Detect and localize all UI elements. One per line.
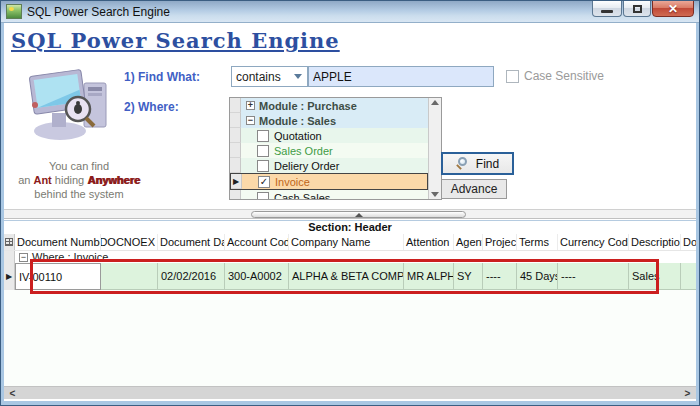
row-selector xyxy=(230,143,241,158)
column-header[interactable]: Company Name xyxy=(289,234,404,250)
tree-group-label: Module : Sales xyxy=(259,115,336,127)
collapse-icon[interactable]: − xyxy=(19,253,28,262)
maximize-button[interactable] xyxy=(623,0,651,17)
tree-item-label: Sales Order xyxy=(274,145,333,157)
scroll-up-icon[interactable] xyxy=(431,100,439,105)
column-header[interactable]: DOCNOEX xyxy=(101,234,158,250)
tree-item-quotation[interactable]: Quotation xyxy=(230,128,428,143)
scroll-right-icon[interactable]: > xyxy=(679,387,696,399)
find-button[interactable]: Find xyxy=(441,152,514,175)
tree-item-cash-sales[interactable]: Cash Sales xyxy=(230,190,428,199)
cell-terms[interactable]: 45 Days xyxy=(517,263,558,290)
cell-company-name[interactable]: ALPHA & BETA COMPUTER xyxy=(289,263,404,290)
tree-item-deliery-order[interactable]: Deliery Order xyxy=(230,158,428,173)
row-selector xyxy=(230,113,241,128)
tree-item-label: Quotation xyxy=(274,130,322,142)
search-input[interactable] xyxy=(308,66,494,87)
row-selector xyxy=(4,251,15,263)
caption-line3: behind the system xyxy=(34,188,123,200)
row-selector xyxy=(230,158,241,173)
group-row-where-invoice[interactable]: − Where : Invoice xyxy=(4,251,696,263)
scroll-down-icon[interactable] xyxy=(431,192,439,197)
cell-attention[interactable]: MR ALPHA xyxy=(404,263,454,290)
grid-icon xyxy=(5,238,13,246)
column-header[interactable]: Agent xyxy=(454,234,483,250)
current-row-marker-icon: ▶ xyxy=(4,263,15,290)
group-row-label: Where : Invoice xyxy=(32,251,108,263)
column-header[interactable]: Attention xyxy=(404,234,454,250)
checkbox-icon[interactable] xyxy=(257,130,269,142)
app-icon xyxy=(6,4,22,19)
computer-illustration xyxy=(22,65,122,145)
grid-column-headers: Document Number DOCNOEX Document Date Ac… xyxy=(4,234,696,251)
column-header[interactable]: Document Number xyxy=(15,234,101,250)
horizontal-scrollbar[interactable]: < > xyxy=(4,386,696,399)
grid-corner-cell[interactable] xyxy=(4,234,15,250)
tree-item-invoice[interactable]: ▶ ✓ Invoice xyxy=(230,173,428,190)
caption-anywhere: Anywhere xyxy=(87,174,140,186)
splitter-handle[interactable] xyxy=(251,211,466,218)
cell-description[interactable]: Sales xyxy=(629,263,681,290)
minimize-button[interactable] xyxy=(592,0,622,17)
checkbox-icon[interactable] xyxy=(257,160,269,172)
titlebar[interactable]: SQL Power Search Engine ✕ xyxy=(1,1,699,23)
cell-account-code[interactable]: 300-A0002 xyxy=(225,263,289,290)
cell-currency-code[interactable]: ---- xyxy=(558,263,629,290)
collapse-icon[interactable]: − xyxy=(246,116,255,125)
tree-item-sales-order[interactable]: Sales Order xyxy=(230,143,428,158)
column-header[interactable]: Terms xyxy=(517,234,558,250)
tree-group-label: Module : Purchase xyxy=(259,100,357,112)
tree-item-label: Deliery Order xyxy=(274,160,339,172)
cell-agent[interactable]: SY xyxy=(454,263,483,290)
close-button[interactable]: ✕ xyxy=(652,0,694,17)
tree-scrollbar[interactable] xyxy=(428,98,441,199)
cell-document-number[interactable]: IV-00110 xyxy=(15,263,101,290)
close-icon: ✕ xyxy=(668,2,678,16)
maximize-icon xyxy=(633,5,642,13)
column-header[interactable]: Document Date xyxy=(158,234,225,250)
caption-line2-pre: an xyxy=(18,174,33,186)
find-button-label: Find xyxy=(476,157,499,171)
column-header[interactable]: Currency Code xyxy=(558,234,629,250)
cell-project[interactable]: ---- xyxy=(483,263,517,290)
row-selector xyxy=(230,128,241,143)
column-header[interactable]: Project xyxy=(483,234,517,250)
scroll-left-icon[interactable]: < xyxy=(4,387,21,399)
page-title: SQL Power Search Engine xyxy=(11,28,340,53)
minimize-icon xyxy=(601,10,613,13)
checkbox-icon[interactable] xyxy=(257,145,269,157)
case-sensitive-checkbox[interactable] xyxy=(506,70,519,83)
results-grid: Section: Header Document Number DOCNOEX … xyxy=(4,220,696,386)
tree-group-module-purchase[interactable]: + Module : Purchase xyxy=(230,98,428,113)
checkbox-checked-icon[interactable]: ✓ xyxy=(258,176,270,188)
caption-line2-mid: hiding xyxy=(52,174,87,186)
expand-icon[interactable]: + xyxy=(246,101,255,110)
case-sensitive-option[interactable]: Case Sensitive xyxy=(506,69,604,83)
chevron-down-icon xyxy=(294,74,302,79)
where-tree-panel: + Module : Purchase − Module : Sales Quo… xyxy=(229,97,442,200)
row-selector xyxy=(230,98,241,113)
tree-group-module-sales[interactable]: − Module : Sales xyxy=(230,113,428,128)
column-header[interactable]: Docu xyxy=(681,234,696,250)
cell-docu[interactable] xyxy=(681,263,696,290)
mascot-caption: You can find an Ant hiding Anywhere behi… xyxy=(4,159,154,201)
checkbox-icon[interactable] xyxy=(257,192,269,200)
column-header[interactable]: Description xyxy=(629,234,681,250)
client-area: SQL Power Search Engine You can find xyxy=(4,23,696,401)
caption-ant: Ant xyxy=(33,174,51,186)
section-header: Section: Header xyxy=(4,221,696,234)
current-row-marker-icon: ▶ xyxy=(231,174,242,189)
column-header[interactable]: Account Code xyxy=(225,234,289,250)
operator-value: contains xyxy=(236,70,281,84)
operator-select[interactable]: contains xyxy=(231,66,308,87)
cell-docnoex[interactable] xyxy=(101,263,158,290)
advance-button[interactable]: Advance xyxy=(441,179,507,199)
table-row[interactable]: ▶ IV-00110 02/02/2016 300-A0002 ALPHA & … xyxy=(4,263,696,290)
splitter[interactable] xyxy=(4,209,696,219)
collapse-up-icon xyxy=(355,213,363,217)
cell-document-date[interactable]: 02/02/2016 xyxy=(158,263,225,290)
search-icon xyxy=(456,157,470,171)
caption-line1: You can find xyxy=(49,160,109,172)
case-sensitive-label: Case Sensitive xyxy=(524,69,604,83)
advance-button-label: Advance xyxy=(451,182,498,196)
